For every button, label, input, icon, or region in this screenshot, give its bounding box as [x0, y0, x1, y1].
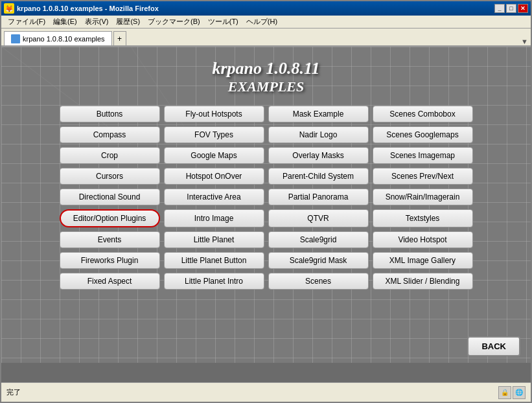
app-title-main: krpano 1.0.8.11: [212, 60, 319, 78]
menu-tools[interactable]: ツール(T): [204, 16, 242, 28]
status-text: 完了: [6, 387, 21, 397]
btn-editor-option-plugins[interactable]: Editor/Option Plugins: [60, 209, 160, 227]
btn-qtvr[interactable]: QTVR: [268, 209, 369, 227]
btn-little-planet-button[interactable]: Little Planet Button: [164, 252, 264, 269]
btn-partial-panorama[interactable]: Partial Panorama: [268, 189, 369, 205]
status-icons: 🔒 🌐: [498, 386, 526, 399]
btn-textstyles[interactable]: Textstyles: [373, 209, 473, 227]
title-bar-buttons: _ □ ✕: [494, 4, 528, 13]
btn-nadir-logo[interactable]: Nadir Logo: [268, 126, 369, 143]
btn-fireworks-plugin[interactable]: Fireworks Plugin: [60, 252, 160, 269]
btn-scenes-googlemaps[interactable]: Scenes Googlemaps: [373, 126, 473, 143]
menu-file[interactable]: ファイル(F): [4, 16, 49, 28]
tab-bar: krpano 1.0.8.10 examples + ▼: [1, 29, 531, 47]
btn-fly-out-hotspots[interactable]: Fly-out Hotspots: [164, 106, 264, 122]
btn-interactive-area[interactable]: Interactive Area: [164, 189, 264, 205]
title-bar: 🦊 krpano 1.0.8.10 examples - Mozilla Fir…: [1, 1, 531, 16]
tab-main[interactable]: krpano 1.0.8.10 examples: [4, 31, 112, 45]
window-frame: 🦊 krpano 1.0.8.10 examples - Mozilla Fir…: [0, 0, 532, 403]
btn-scenes-prevnext[interactable]: Scenes Prev/Next: [373, 168, 473, 185]
app-title: krpano 1.0.8.11 EXAMPLES: [212, 60, 319, 95]
menu-bookmarks[interactable]: ブックマーク(B): [144, 16, 204, 28]
btn-hotspot-onover[interactable]: Hotspot OnOver: [164, 168, 264, 185]
btn-scale9grid[interactable]: Scale9grid: [268, 231, 369, 248]
btn-crop[interactable]: Crop: [60, 147, 160, 164]
button-grid: Buttons Fly-out Hotspots Mask Example Sc…: [60, 106, 473, 290]
btn-mask-example[interactable]: Mask Example: [268, 106, 369, 122]
main-content: krpano 1.0.8.11 EXAMPLES Buttons Fly-out…: [1, 47, 531, 382]
menu-edit[interactable]: 編集(E): [49, 16, 81, 28]
btn-events[interactable]: Events: [60, 231, 160, 248]
btn-google-maps[interactable]: Google Maps: [164, 147, 264, 164]
btn-compass[interactable]: Compass: [60, 126, 160, 143]
menu-help[interactable]: ヘルプ(H): [242, 16, 281, 28]
btn-intro-image[interactable]: Intro Image: [164, 209, 264, 227]
btn-little-planet[interactable]: Little Planet: [164, 231, 264, 248]
tab-bar-end: ▼: [521, 38, 528, 45]
btn-overlay-masks[interactable]: Overlay Masks: [268, 147, 369, 164]
status-icon-1: 🔒: [498, 386, 511, 399]
btn-scale9grid-mask[interactable]: Scale9grid Mask: [268, 252, 369, 269]
status-bar: 完了 🔒 🌐: [1, 382, 531, 402]
btn-xml-slider-blending[interactable]: XML Slider / Blending: [373, 273, 473, 290]
menu-history[interactable]: 履歴(S): [112, 16, 144, 28]
new-tab-button[interactable]: +: [113, 31, 126, 45]
app-title-sub: EXAMPLES: [212, 78, 319, 95]
menu-bar: ファイル(F) 編集(E) 表示(V) 履歴(S) ブックマーク(B) ツール(…: [1, 16, 531, 29]
status-icon-2: 🌐: [513, 386, 526, 399]
content-panel: krpano 1.0.8.11 EXAMPLES Buttons Fly-out…: [1, 47, 531, 382]
btn-fixed-aspect[interactable]: Fixed Aspect: [60, 273, 160, 290]
title-bar-left: 🦊 krpano 1.0.8.10 examples - Mozilla Fir…: [4, 3, 159, 14]
btn-little-planet-intro[interactable]: Little Planet Intro: [164, 273, 264, 290]
tab-favicon: [11, 34, 20, 43]
btn-scenes[interactable]: Scenes: [268, 273, 369, 290]
btn-buttons[interactable]: Buttons: [60, 106, 160, 122]
btn-xml-image-gallery[interactable]: XML Image Gallery: [373, 252, 473, 269]
btn-video-hotspot[interactable]: Video Hotspot: [373, 231, 473, 248]
window-title: krpano 1.0.8.10 examples - Mozilla Firef…: [17, 5, 159, 12]
tab-label: krpano 1.0.8.10 examples: [23, 35, 105, 43]
maximize-button[interactable]: □: [506, 4, 516, 13]
btn-scenes-imagemap[interactable]: Scenes Imagemap: [373, 147, 473, 164]
btn-scenes-combobox[interactable]: Scenes Combobox: [373, 106, 473, 122]
btn-snow-rain[interactable]: Snow/Rain/Imagerain: [373, 189, 473, 205]
btn-parent-child[interactable]: Parent-Child System: [268, 168, 369, 185]
btn-directional-sound[interactable]: Directional Sound: [60, 189, 160, 205]
btn-fov-types[interactable]: FOV Types: [164, 126, 264, 143]
btn-cursors[interactable]: Cursors: [60, 168, 160, 185]
browser-icon: 🦊: [4, 3, 14, 14]
close-button[interactable]: ✕: [518, 4, 528, 13]
minimize-button[interactable]: _: [494, 4, 505, 13]
menu-view[interactable]: 表示(V): [81, 16, 113, 28]
